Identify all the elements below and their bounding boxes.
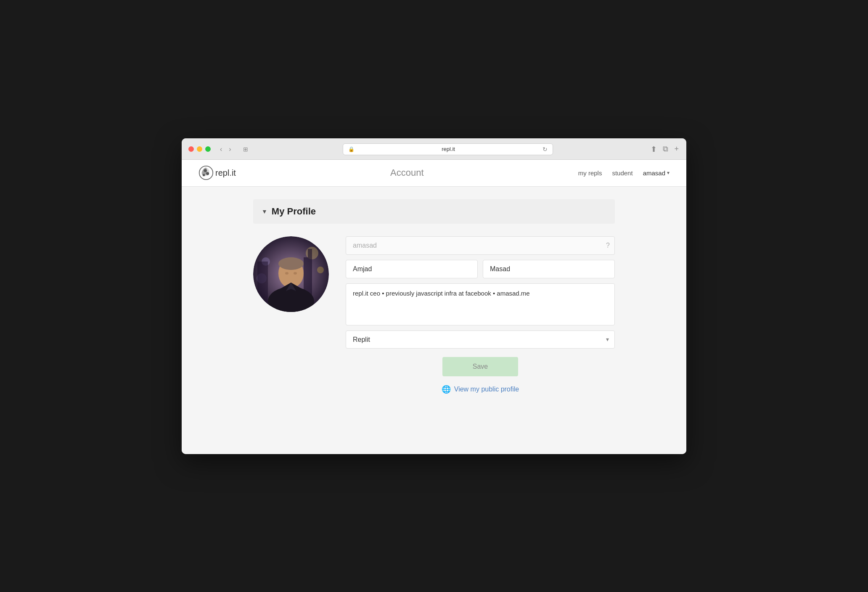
nav-buttons: ‹ › xyxy=(217,145,234,154)
svg-rect-12 xyxy=(257,262,268,312)
avatar[interactable] xyxy=(253,236,329,312)
duplicate-button[interactable]: ⧉ xyxy=(662,144,669,154)
replit-logo-icon xyxy=(198,165,214,180)
name-row xyxy=(346,260,615,278)
my-repls-link[interactable]: my repls xyxy=(578,169,602,177)
save-button[interactable]: Save xyxy=(442,357,518,376)
svg-point-2 xyxy=(206,172,209,175)
help-icon[interactable]: ? xyxy=(606,242,610,249)
address-bar[interactable]: 🔒 repl.it ↻ xyxy=(343,143,553,155)
page-content: repl.it Account my repls student amasad … xyxy=(182,160,686,454)
user-menu[interactable]: amasad ▾ xyxy=(643,169,670,177)
avatar-image xyxy=(253,236,329,312)
new-tab-button[interactable]: + xyxy=(673,144,680,154)
svg-point-1 xyxy=(204,169,207,172)
collapse-icon[interactable]: ▼ xyxy=(262,208,267,215)
username-label: amasad xyxy=(643,169,665,177)
minimize-button[interactable] xyxy=(197,146,202,152)
svg-point-8 xyxy=(317,267,324,273)
svg-point-16 xyxy=(278,257,304,270)
public-profile-label: View my public profile xyxy=(454,386,519,393)
first-name-input[interactable] xyxy=(346,260,478,278)
close-button[interactable] xyxy=(188,146,194,152)
last-name-input[interactable] xyxy=(483,260,615,278)
profile-area: ? repl.it ceo • previously javascript in… xyxy=(253,236,615,394)
svg-point-17 xyxy=(285,272,288,275)
back-button[interactable]: ‹ xyxy=(217,145,225,154)
section-title: My Profile xyxy=(272,206,316,217)
main-content: ▼ My Profile xyxy=(245,199,623,394)
app-header: repl.it Account my repls student amasad … xyxy=(182,160,686,187)
avatar-area xyxy=(253,236,329,312)
page-title: Account xyxy=(236,167,578,178)
username-wrapper: ? xyxy=(346,236,615,255)
svg-point-18 xyxy=(294,272,297,275)
organization-wrapper: Replit Other ▾ xyxy=(346,330,615,349)
sidebar-button[interactable]: ⊞ xyxy=(241,144,251,154)
chevron-down-icon: ▾ xyxy=(667,170,670,176)
logo[interactable]: repl.it xyxy=(198,165,236,180)
browser-window: ‹ › ⊞ 🔒 repl.it ↻ ⬆ ⧉ + xyxy=(182,138,686,454)
header-nav: my repls student amasad ▾ xyxy=(578,169,670,177)
url-text: repl.it xyxy=(357,146,540,152)
public-profile-link[interactable]: 🌐 View my public profile xyxy=(442,385,519,394)
browser-titlebar: ‹ › ⊞ 🔒 repl.it ↻ ⬆ ⧉ + xyxy=(188,143,680,155)
traffic-lights xyxy=(188,146,211,152)
browser-chrome: ‹ › ⊞ 🔒 repl.it ↻ ⬆ ⧉ + xyxy=(182,138,686,160)
form-fields: ? repl.it ceo • previously javascript in… xyxy=(346,236,615,394)
bio-input[interactable]: repl.it ceo • previously javascript infr… xyxy=(346,283,615,325)
lock-icon: 🔒 xyxy=(348,146,355,152)
logo-text: repl.it xyxy=(215,168,236,178)
toolbar-right: ⬆ ⧉ + xyxy=(650,144,680,155)
section-header: ▼ My Profile xyxy=(253,199,615,224)
username-input[interactable] xyxy=(346,236,615,255)
bottom-actions: Save 🌐 View my public profile xyxy=(346,357,615,394)
globe-icon: 🌐 xyxy=(442,385,451,394)
student-link[interactable]: student xyxy=(612,169,632,177)
forward-button[interactable]: › xyxy=(226,145,233,154)
organization-select[interactable]: Replit Other xyxy=(346,330,615,349)
share-button[interactable]: ⬆ xyxy=(650,144,658,155)
reload-button[interactable]: ↻ xyxy=(542,146,548,153)
maximize-button[interactable] xyxy=(205,146,211,152)
svg-rect-11 xyxy=(308,249,312,257)
svg-point-3 xyxy=(203,174,205,176)
